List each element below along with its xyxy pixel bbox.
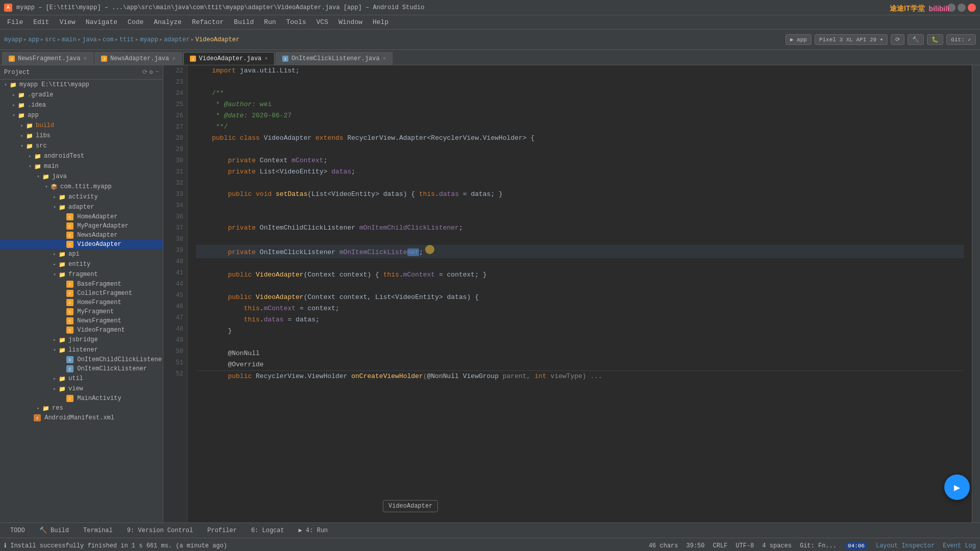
toolbar-ttit: ttit bbox=[119, 36, 134, 43]
tab-onitemclicklistener[interactable]: I OnItemClickListener.java × bbox=[276, 52, 393, 65]
tree-jsbridge[interactable]: ▸ 📁 jsbridge bbox=[0, 335, 163, 345]
tab-close-icon[interactable]: × bbox=[83, 56, 87, 62]
tree-libs[interactable]: ▸ 📁 libs bbox=[0, 131, 163, 141]
tree-onitemchildclicklistener[interactable]: I OnItemChildClickListene bbox=[0, 355, 163, 364]
debug-btn[interactable]: 🐛 bbox=[927, 34, 943, 45]
tab-newsadapter[interactable]: J NewsAdapter.java × bbox=[94, 52, 182, 65]
menu-build[interactable]: Build bbox=[229, 16, 259, 28]
tree-homeadapter[interactable]: C HomeAdapter bbox=[0, 212, 163, 221]
toolbar-project-nav: myapp ▸ app ▸ src ▸ main ▸ java ▸ com ▸ … bbox=[4, 36, 239, 43]
tree-item-label: VideoAdapter bbox=[77, 241, 121, 248]
tree-item-label: app bbox=[28, 112, 39, 119]
tree-listener[interactable]: ▾ 📁 listener bbox=[0, 345, 163, 355]
sync-btn[interactable]: ⟳ bbox=[891, 34, 904, 45]
tree-homefragment[interactable]: C HomeFragment bbox=[0, 298, 163, 307]
tree-java[interactable]: ▾ 📁 java bbox=[0, 171, 163, 182]
sidebar-gear-icon[interactable]: ⚙ bbox=[150, 68, 153, 76]
tab-profiler[interactable]: Profiler bbox=[201, 525, 243, 536]
tree-item-label: OnItemChildClickListene bbox=[77, 356, 162, 363]
tab-close-icon[interactable]: × bbox=[172, 56, 176, 62]
tree-activity[interactable]: ▸ 📁 activity bbox=[0, 192, 163, 202]
status-indent: 4 spaces bbox=[762, 542, 792, 549]
tree-mypageradapter[interactable]: C MyPagerAdapter bbox=[0, 221, 163, 231]
tree-collectfragment[interactable]: C CollectFragment bbox=[0, 289, 163, 298]
menu-navigate[interactable]: Navigate bbox=[81, 16, 122, 28]
menu-vcs[interactable]: VCS bbox=[311, 16, 333, 28]
tree-view[interactable]: ▸ 📁 view bbox=[0, 384, 163, 394]
tree-app[interactable]: ▾ 📁 app bbox=[0, 110, 163, 120]
editor-tabs: J NewsFragment.java × J NewsAdapter.java… bbox=[0, 50, 980, 65]
tree-fragment[interactable]: ▾ 📁 fragment bbox=[0, 269, 163, 280]
build-btn[interactable]: 🔨 bbox=[908, 34, 924, 45]
tree-main[interactable]: ▾ 📁 main bbox=[0, 161, 163, 171]
tree-item-label: MyPagerAdapter bbox=[77, 222, 129, 230]
tree-videoadapter[interactable]: C VideoAdapter bbox=[0, 240, 163, 249]
event-log-link[interactable]: Event Log bbox=[943, 542, 976, 549]
tree-myfragment[interactable]: C MyFragment bbox=[0, 307, 163, 316]
tree-basefragment[interactable]: C BaseFragment bbox=[0, 280, 163, 289]
tree-adapter[interactable]: ▾ 📁 adapter bbox=[0, 202, 163, 212]
tree-entity[interactable]: ▸ 📁 entity bbox=[0, 259, 163, 269]
menu-file[interactable]: File bbox=[2, 16, 28, 28]
tab-label: OnItemClickListener.java bbox=[291, 55, 380, 62]
tab-terminal[interactable]: Terminal bbox=[77, 525, 119, 536]
tab-version-control[interactable]: 9: Version Control bbox=[121, 525, 200, 536]
tab-videoadapter[interactable]: J VideoAdapter.java × bbox=[183, 52, 275, 65]
tree-videofragment[interactable]: C VideoFragment bbox=[0, 325, 163, 335]
tree-com-ttit-myapp[interactable]: ▾ 📦 com.ttit.myapp bbox=[0, 182, 163, 192]
tree-androidmanifest[interactable]: X AndroidManifest.xml bbox=[0, 413, 163, 422]
tree-build[interactable]: ▸ 📁 build bbox=[0, 120, 163, 131]
tree-item-label: com.ttit.myapp bbox=[60, 183, 112, 190]
device-selector[interactable]: Pixel 3 XL API 29 ▾ bbox=[815, 34, 888, 45]
menu-view[interactable]: View bbox=[54, 16, 80, 28]
tree-newsfragment[interactable]: C NewsFragment bbox=[0, 316, 163, 325]
class-icon: C bbox=[66, 308, 74, 315]
video-play-button[interactable]: ▶ bbox=[944, 474, 970, 500]
run-app-btn[interactable]: ▶ app bbox=[786, 34, 812, 45]
tree-idea[interactable]: ▸ 📁 .idea bbox=[0, 100, 163, 110]
tree-mainactivity[interactable]: C MainActivity bbox=[0, 394, 163, 403]
menu-run[interactable]: Run bbox=[259, 16, 281, 28]
tree-gradle[interactable]: ▸ 📁 .gradle bbox=[0, 90, 163, 100]
tab-newsfragment[interactable]: J NewsFragment.java × bbox=[2, 52, 93, 65]
menu-help[interactable]: Help bbox=[368, 16, 394, 28]
tree-util[interactable]: ▸ 📁 util bbox=[0, 373, 163, 384]
window-controls[interactable] bbox=[947, 4, 976, 12]
tree-api[interactable]: ▸ 📁 api bbox=[0, 249, 163, 259]
tab-logcat[interactable]: 6: Logcat bbox=[245, 525, 290, 536]
tree-newsadapter[interactable]: C NewsAdapter bbox=[0, 231, 163, 240]
menu-refactor[interactable]: Refactor bbox=[187, 16, 229, 28]
code-area[interactable]: import java.util.List; /** * @author: we… bbox=[188, 65, 972, 522]
menu-tools[interactable]: Tools bbox=[281, 16, 311, 28]
tree-res[interactable]: ▸ 📁 res bbox=[0, 403, 163, 413]
menu-code[interactable]: Code bbox=[122, 16, 149, 28]
menu-analyze[interactable]: Analyze bbox=[149, 16, 187, 28]
class-icon: C bbox=[66, 327, 74, 334]
sidebar-sync-icon[interactable]: ⟳ bbox=[142, 68, 148, 76]
tree-onitemclicklistener[interactable]: I OnItemClickListener bbox=[0, 364, 163, 373]
tree-myapp[interactable]: ▾ 📁 myapp E:\ttit\myapp bbox=[0, 80, 163, 90]
code-editor[interactable]: 22 23 24 25 26 27 28 29 30 31 32 33 34 3… bbox=[163, 65, 980, 522]
layout-inspector-link[interactable]: Layout Inspector bbox=[876, 542, 935, 549]
menu-window[interactable]: Window bbox=[333, 16, 368, 28]
tree-item-label: .idea bbox=[28, 102, 46, 109]
tree-src[interactable]: ▾ 📁 src bbox=[0, 141, 163, 151]
git-btn[interactable]: Git: ✓ bbox=[946, 34, 976, 45]
toolbar: myapp ▸ app ▸ src ▸ main ▸ java ▸ com ▸ … bbox=[0, 30, 980, 50]
tab-build[interactable]: 🔨 Build bbox=[33, 524, 75, 536]
menu-edit[interactable]: Edit bbox=[28, 16, 54, 28]
tree-item-label: build bbox=[36, 122, 54, 129]
class-icon: C bbox=[66, 299, 74, 306]
tab-run[interactable]: ▶ 4: Run bbox=[292, 524, 334, 536]
maximize-button[interactable] bbox=[958, 4, 966, 12]
tab-close-icon[interactable]: × bbox=[383, 56, 386, 62]
code-line-39: private OnItemClickListener mOnItemClick… bbox=[196, 245, 964, 258]
tab-close-icon[interactable]: × bbox=[264, 56, 268, 62]
sidebar-minimize-icon[interactable]: − bbox=[155, 68, 159, 76]
code-line-23 bbox=[196, 77, 964, 88]
toolbar-myapp: myapp bbox=[140, 36, 158, 43]
tab-todo[interactable]: TODO bbox=[4, 525, 31, 536]
tree-androidtest[interactable]: ▸ 📁 androidTest bbox=[0, 151, 163, 161]
close-button[interactable] bbox=[968, 4, 976, 12]
status-encoding: UTF-8 bbox=[736, 542, 754, 549]
